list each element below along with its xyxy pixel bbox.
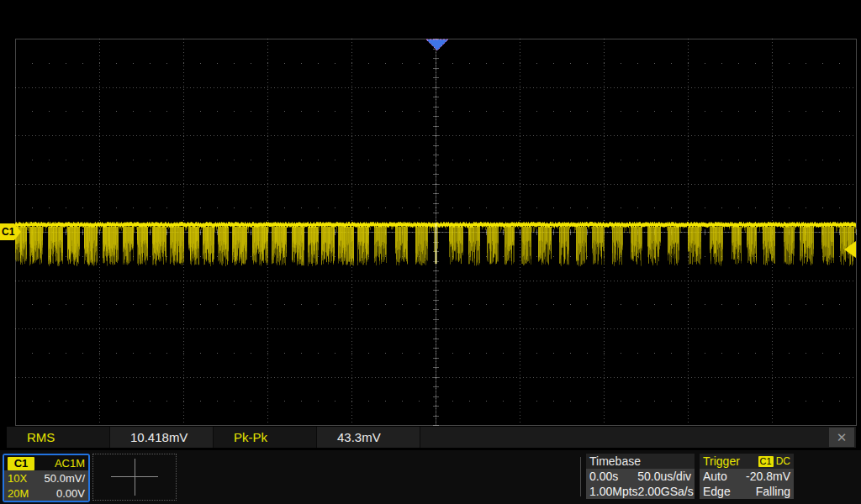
measurement-rms-value[interactable]: 10.418mV (110, 427, 214, 448)
toolbar-divider (580, 457, 581, 496)
channel-1-badge: C1 (8, 457, 34, 470)
channel-1-attenuation: 10X (8, 472, 27, 485)
channel-1-offset-row: 20M 0.00V (4, 486, 88, 501)
measurement-rms-label[interactable]: RMS (7, 427, 110, 448)
channel-1-offset: 0.00V (56, 487, 85, 500)
trigger-level: -20.8mV (746, 470, 790, 483)
trigger-position-marker[interactable] (425, 39, 449, 52)
channel-1-header: C1 AC1M (4, 455, 88, 470)
timebase-panel[interactable]: Timebase 0.00s 50.0us/div 1.00Mpts 2.00G… (586, 454, 695, 499)
trigger-coupling: DC (776, 455, 790, 467)
timebase-scale: 50.0us/div (637, 470, 691, 483)
trigger-title: Trigger (703, 454, 740, 468)
trigger-slope: Falling (756, 485, 790, 498)
measurement-pkpk-value[interactable]: 43.3mV (317, 427, 420, 448)
trigger-panel[interactable]: Trigger C1 DC Auto -20.8mV Edge Falling (700, 454, 794, 499)
bottom-toolbar: C1 AC1M 10X 50.0mV/ 20M 0.00V Timebase 0… (0, 450, 861, 504)
add-channel-placeholder[interactable] (92, 454, 177, 501)
timebase-delay: 0.00s (589, 470, 618, 483)
trigger-position-icon (426, 39, 448, 50)
channel-offset-label: C1 (2, 226, 14, 238)
timebase-memory-depth: 1.00Mpts (589, 485, 638, 498)
trigger-type: Edge (703, 485, 731, 498)
channel-1-vertical-scale: 50.0mV/ (45, 472, 85, 485)
measurement-pkpk-label[interactable]: Pk-Pk (214, 427, 317, 448)
timebase-title: Timebase (586, 454, 695, 469)
oscilloscope-screen: C1 RMS 10.418mV Pk-Pk 43.3mV ✕ C1 AC1M 1… (0, 0, 861, 504)
close-icon: ✕ (837, 430, 848, 445)
channel-1-scale-row: 10X 50.0mV/ (4, 470, 88, 486)
trigger-mode: Auto (703, 470, 727, 483)
channel-1-bandwidth: 20M (8, 487, 29, 500)
channel-1-panel[interactable]: C1 AC1M 10X 50.0mV/ 20M 0.00V (3, 454, 90, 502)
timebase-sample-rate: 2.00GSa/s (638, 485, 694, 498)
channel-1-coupling: AC1M (55, 457, 88, 470)
trigger-source-badge: C1 (758, 456, 774, 467)
close-measurements-button[interactable]: ✕ (829, 428, 854, 447)
crosshair-icon (135, 459, 135, 496)
measurement-bar: RMS 10.418mV Pk-Pk 43.3mV ✕ (7, 427, 856, 448)
measurement-bar-spacer: ✕ (420, 427, 856, 448)
trigger-level-marker[interactable] (844, 241, 856, 258)
